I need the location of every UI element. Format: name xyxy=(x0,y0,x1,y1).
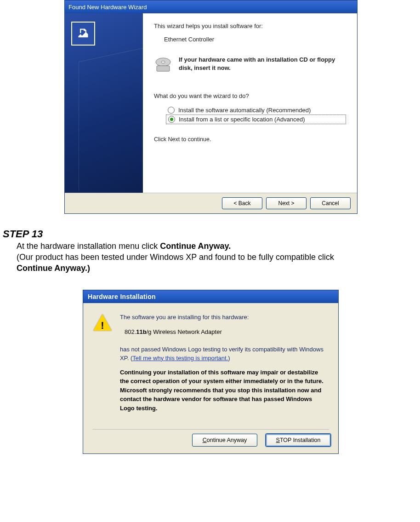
wizard-window: Found New Hardware Wizard This wizard he… xyxy=(64,0,358,214)
radio-auto-install[interactable]: Install the software automatically (Reco… xyxy=(166,106,346,115)
hi-logo-text: has not passed Windows Logo testing to v… xyxy=(120,345,328,362)
step-line2-a: (Our product has been tested under Windo… xyxy=(17,252,334,262)
hi-logo-link[interactable]: Tell me why this testing is important. xyxy=(132,355,228,361)
wizard-device-name: Ethernet Controller xyxy=(164,36,346,43)
hardware-install-dialog: Hardware Installation ! The software you… xyxy=(83,290,339,454)
svg-point-1 xyxy=(161,61,165,63)
wizard-footer: < Back Next > Cancel xyxy=(65,193,357,213)
back-button[interactable]: < Back xyxy=(222,197,262,209)
radio-list-label: Install from a list or specific location… xyxy=(179,116,305,123)
hi-warning-text: Continuing your installation of this sof… xyxy=(120,368,328,413)
hi-footer: Continue Anyway STOP Installation xyxy=(83,430,338,453)
wizard-sidebar-icon xyxy=(71,22,95,46)
warning-icon: ! xyxy=(93,313,112,332)
step-line2-b: Continue Anyway.) xyxy=(17,264,90,273)
wizard-title-text: Found New Hardware Wizard xyxy=(68,4,147,11)
hi-titlebar: Hardware Installation xyxy=(83,290,338,303)
hi-intro: The software you are installing for this… xyxy=(120,313,328,321)
svg-rect-2 xyxy=(157,66,170,71)
continue-anyway-button[interactable]: Continue Anyway xyxy=(192,434,257,447)
cancel-button[interactable]: Cancel xyxy=(310,197,351,209)
stop-installation-button[interactable]: STOP Installation xyxy=(266,434,331,447)
wizard-intro-text: This wizard helps you install software f… xyxy=(154,23,346,29)
radio-icon xyxy=(168,116,175,123)
wizard-sidebar xyxy=(65,13,143,193)
step-text: At the hardware installation menu click … xyxy=(17,241,412,274)
hi-device-name: 802.11b/g Wireless Network Adapter xyxy=(125,328,328,336)
radio-list-install[interactable]: Install from a list or specific location… xyxy=(166,115,346,124)
wizard-content: This wizard helps you install software f… xyxy=(143,13,357,193)
wizard-cd-prompt: If your hardware came with an installati… xyxy=(179,56,346,72)
next-button[interactable]: Next > xyxy=(266,197,306,209)
radio-auto-label: Install the software automatically (Reco… xyxy=(178,107,311,114)
wizard-hint: Click Next to continue. xyxy=(154,136,346,143)
wizard-titlebar: Found New Hardware Wizard xyxy=(65,0,357,13)
step-block: STEP 13 At the hardware installation men… xyxy=(3,228,412,274)
hi-title-text: Hardware Installation xyxy=(88,293,156,300)
step-title: STEP 13 xyxy=(3,228,412,240)
step-line1-b: Continue Anyway. xyxy=(160,241,231,251)
radio-icon xyxy=(168,107,175,114)
step-line1-a: At the hardware installation menu click xyxy=(17,241,160,251)
cd-disc-icon xyxy=(154,56,172,74)
wizard-question: What do you want the wizard to do? xyxy=(154,92,346,99)
